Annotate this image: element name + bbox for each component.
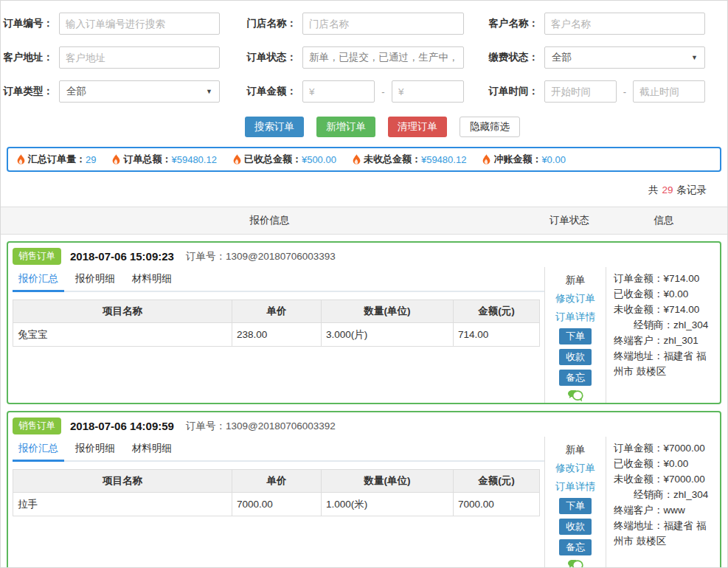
order-detail-link[interactable]: 订单详情 bbox=[555, 311, 595, 324]
customer-name-label: 客户名称： bbox=[464, 13, 544, 35]
column-header-amount: 金额(元) bbox=[454, 300, 540, 323]
column-header-amount: 金额(元) bbox=[454, 470, 540, 493]
customer-address-input[interactable] bbox=[59, 46, 220, 69]
modify-order-link[interactable]: 修改订单 bbox=[555, 292, 595, 305]
memo-button[interactable]: 备忘 bbox=[559, 370, 592, 386]
collect-payment-button[interactable]: 收款 bbox=[559, 349, 592, 365]
range-separator: - bbox=[623, 86, 626, 97]
tab-quote-detail[interactable]: 报价明细 bbox=[69, 269, 121, 291]
modify-order-link[interactable]: 修改订单 bbox=[555, 462, 595, 475]
order-info-column: 订单金额：¥7000.00 已收金额：¥0.00 未收金额：¥7000.00 经… bbox=[606, 437, 720, 568]
memo-button[interactable]: 备忘 bbox=[559, 539, 592, 555]
amount-min-input[interactable] bbox=[302, 80, 375, 103]
cell-quantity: 3.000(片) bbox=[322, 323, 454, 347]
order-state-text: 新单 bbox=[566, 443, 586, 457]
summary-item-writeoff-total: 冲账金额：¥0.00 bbox=[482, 153, 566, 166]
amount-max-input[interactable] bbox=[392, 80, 464, 103]
flame-icon bbox=[112, 154, 120, 164]
info-dealer: 经销商：zhl_304 bbox=[614, 317, 714, 333]
order-number: 订单号：1309@20180706003393 bbox=[186, 250, 336, 263]
info-terminal-customer: 终端客户：www bbox=[614, 502, 714, 518]
flame-icon bbox=[233, 154, 241, 164]
info-terminal-customer: 终端客户：zhl_301 bbox=[614, 333, 714, 348]
info-received-amount: 已收金额：¥0.00 bbox=[614, 456, 714, 471]
tab-material-detail[interactable]: 材料明细 bbox=[126, 438, 178, 460]
quote-area: 报价汇总 报价明细 材料明细 项目名称 单价 数量(单位) 金额(元) bbox=[8, 267, 544, 403]
order-state-text: 新单 bbox=[566, 274, 586, 287]
customer-address-label: 客户地址： bbox=[7, 46, 59, 69]
order-detail-link[interactable]: 订单详情 bbox=[555, 480, 595, 493]
info-terminal-address: 终端地址：福建省 福州市 鼓楼区 bbox=[614, 518, 714, 549]
quote-tabs: 报价汇总 报价明细 材料明细 bbox=[13, 269, 544, 292]
pay-status-select[interactable]: 全部 ▼ bbox=[544, 46, 705, 69]
record-count-number: 29 bbox=[662, 184, 673, 195]
column-header-unit-price: 单价 bbox=[232, 300, 322, 323]
order-management-page: 订单编号： 门店名称： 客户名称： 客户地址： 订单状态： 缴费状态： 全部 ▼… bbox=[0, 0, 728, 568]
order-no-input[interactable] bbox=[59, 13, 220, 35]
order-card: 销售订单 2018-07-06 14:09:59 订单号：1309@201807… bbox=[7, 411, 721, 568]
cell-amount: 714.00 bbox=[454, 323, 540, 347]
tab-material-detail[interactable]: 材料明细 bbox=[126, 269, 178, 291]
order-time-range: - bbox=[544, 80, 705, 103]
clean-orders-button[interactable]: 清理订单 bbox=[388, 117, 447, 137]
caret-down-icon: ▼ bbox=[691, 54, 698, 61]
tab-quote-detail[interactable]: 报价明细 bbox=[69, 438, 121, 460]
cell-unit-price: 7000.00 bbox=[232, 493, 322, 516]
order-type-label: 订单类型： bbox=[7, 80, 59, 103]
column-header-quantity: 数量(单位) bbox=[322, 470, 454, 493]
column-header-item-name: 项目名称 bbox=[13, 470, 232, 493]
order-datetime: 2018-07-06 15:09:23 bbox=[70, 250, 174, 263]
info-unreceived-amount: 未收金额：¥7000.00 bbox=[614, 471, 714, 487]
flame-icon bbox=[17, 154, 25, 164]
info-dealer: 经销商：zhl_304 bbox=[614, 487, 714, 502]
search-orders-button[interactable]: 搜索订单 bbox=[245, 117, 304, 137]
summary-bar: 汇总订单量：29 订单总额：¥59480.12 已收总金额：¥500.00 未收… bbox=[7, 147, 721, 172]
order-status-column: 新单 修改订单 订单详情 下单 收款 备忘 bbox=[544, 437, 606, 568]
tab-quote-summary[interactable]: 报价汇总 bbox=[13, 438, 64, 460]
order-type-badge: 销售订单 bbox=[13, 418, 61, 434]
hide-filter-button[interactable]: 隐藏筛选 bbox=[460, 117, 520, 137]
range-separator: - bbox=[381, 86, 384, 97]
store-name-input[interactable] bbox=[302, 13, 464, 35]
order-info-column: 订单金额：¥714.00 已收金额：¥0.00 未收金额：¥714.00 经销商… bbox=[606, 267, 720, 403]
cell-unit-price: 238.00 bbox=[232, 323, 322, 347]
order-no-label: 订单编号： bbox=[7, 13, 59, 35]
order-amount-range: - bbox=[302, 80, 464, 103]
summary-item-order-total: 订单总额：¥59480.12 bbox=[112, 153, 216, 166]
order-type-select[interactable]: 全部 ▼ bbox=[59, 80, 220, 103]
column-header-quote-info: 报价信息 bbox=[1, 214, 538, 227]
add-order-button[interactable]: 新增订单 bbox=[316, 117, 375, 137]
order-amount-label: 订单金额： bbox=[220, 80, 302, 103]
start-time-input[interactable] bbox=[544, 80, 617, 103]
customer-name-input[interactable] bbox=[544, 13, 705, 35]
pay-status-label: 缴费状态： bbox=[464, 46, 544, 69]
place-order-button[interactable]: 下单 bbox=[559, 498, 592, 514]
info-order-amount: 订单金额：¥7000.00 bbox=[614, 440, 714, 456]
order-card-header: 销售订单 2018-07-06 14:09:59 订单号：1309@201807… bbox=[8, 412, 720, 437]
quote-table-header-row: 项目名称 单价 数量(单位) 金额(元) bbox=[13, 300, 540, 323]
quote-table: 项目名称 单价 数量(单位) 金额(元) 拉手 7000.00 1.000(米)… bbox=[13, 469, 540, 516]
quote-tabs: 报价汇总 报价明细 材料明细 bbox=[13, 438, 544, 462]
tab-quote-summary[interactable]: 报价汇总 bbox=[13, 269, 64, 291]
end-time-input[interactable] bbox=[633, 80, 705, 103]
action-buttons-row: 搜索订单 新增订单 清理订单 隐藏筛选 bbox=[245, 117, 727, 137]
place-order-button[interactable]: 下单 bbox=[559, 328, 592, 344]
order-card-header: 销售订单 2018-07-06 15:09:23 订单号：1309@201807… bbox=[8, 243, 720, 267]
store-name-label: 门店名称： bbox=[220, 13, 302, 35]
quote-table-header-row: 项目名称 单价 数量(单位) 金额(元) bbox=[13, 470, 540, 493]
info-unreceived-amount: 未收金额：¥714.00 bbox=[614, 302, 714, 317]
info-order-amount: 订单金额：¥714.00 bbox=[614, 271, 714, 286]
order-datetime: 2018-07-06 14:09:59 bbox=[70, 420, 174, 432]
info-received-amount: 已收金额：¥0.00 bbox=[614, 286, 714, 302]
info-terminal-address: 终端地址：福建省 福州市 鼓楼区 bbox=[614, 348, 714, 379]
order-status-input[interactable] bbox=[302, 46, 464, 69]
chat-icon[interactable] bbox=[567, 389, 583, 403]
list-header-row: 报价信息 订单状态 信息 bbox=[1, 207, 727, 235]
chat-icon[interactable] bbox=[567, 559, 583, 568]
collect-payment-button[interactable]: 收款 bbox=[559, 519, 592, 535]
order-status-label: 订单状态： bbox=[220, 46, 302, 69]
quote-table-row: 拉手 7000.00 1.000(米) 7000.00 bbox=[13, 493, 540, 516]
cell-item-name: 拉手 bbox=[13, 493, 232, 516]
quote-table: 项目名称 单价 数量(单位) 金额(元) 兔宝宝 238.00 3.000(片)… bbox=[13, 299, 540, 347]
summary-item-received-total: 已收总金额：¥500.00 bbox=[233, 153, 336, 166]
